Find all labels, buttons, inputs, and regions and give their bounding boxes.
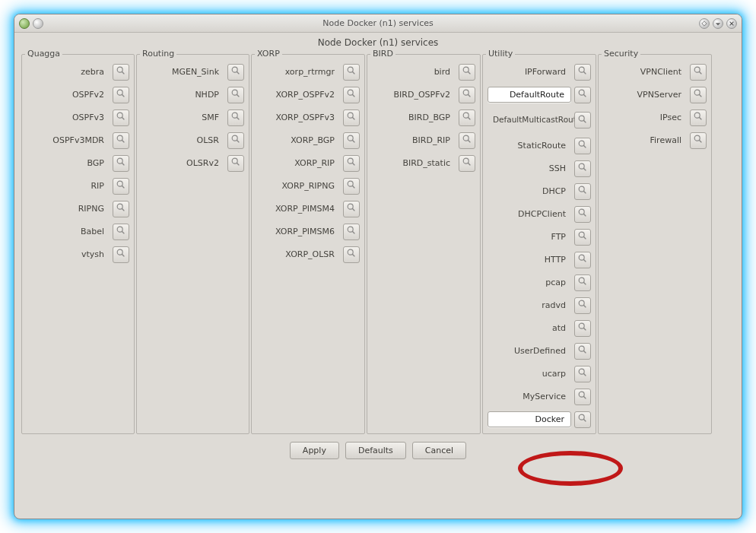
configure-service-button[interactable]	[459, 109, 475, 126]
configure-service-button[interactable]	[227, 64, 244, 81]
service-toggle-mgen_sink[interactable]: MGEN_Sink	[141, 64, 224, 80]
service-toggle-olsrv2[interactable]: OLSRv2	[141, 155, 224, 171]
configure-service-button[interactable]	[574, 389, 591, 405]
service-toggle-bird[interactable]: bird	[372, 64, 456, 80]
cancel-button[interactable]: Cancel	[412, 442, 466, 459]
service-toggle-userdefined[interactable]: UserDefined	[488, 343, 571, 359]
service-toggle-ipforward[interactable]: IPForward	[488, 64, 571, 80]
configure-service-button[interactable]	[574, 138, 591, 154]
service-toggle-vpnclient[interactable]: VPNClient	[603, 64, 687, 80]
maximize-icon[interactable]	[713, 18, 723, 29]
window-pin-icon[interactable]	[33, 18, 43, 29]
service-toggle-staticroute[interactable]: StaticRoute	[488, 138, 571, 154]
configure-service-button[interactable]	[459, 87, 475, 103]
defaults-button[interactable]: Defaults	[345, 442, 406, 459]
configure-service-button[interactable]	[574, 411, 591, 428]
configure-service-button[interactable]	[113, 224, 129, 240]
close-icon[interactable]	[726, 18, 737, 29]
service-toggle-http[interactable]: HTTP	[488, 252, 571, 268]
service-toggle-ospfv3mdr[interactable]: OSPFv3MDR	[27, 132, 110, 148]
configure-service-button[interactable]	[574, 252, 591, 268]
configure-service-button[interactable]	[343, 64, 360, 81]
service-toggle-ipsec[interactable]: IPsec	[603, 109, 687, 125]
service-toggle-vtysh[interactable]: vtysh	[27, 246, 110, 262]
configure-service-button[interactable]	[690, 64, 707, 81]
configure-service-button[interactable]	[227, 132, 244, 149]
service-toggle-xorp_pimsm6[interactable]: XORP_PIMSM6	[256, 224, 340, 240]
service-toggle-myservice[interactable]: MyService	[488, 389, 571, 405]
service-toggle-ssh[interactable]: SSH	[488, 160, 571, 176]
apply-button[interactable]: Apply	[290, 442, 339, 459]
service-toggle-rip[interactable]: RIP	[27, 178, 110, 194]
window-menu-icon[interactable]	[19, 18, 30, 29]
service-toggle-ospfv2[interactable]: OSPFv2	[27, 87, 110, 103]
configure-service-button[interactable]	[574, 183, 591, 200]
configure-service-button[interactable]	[343, 224, 360, 240]
service-toggle-vpnserver[interactable]: VPNServer	[603, 87, 687, 103]
service-toggle-defaultroute[interactable]: DefaultRoute	[488, 87, 571, 103]
service-toggle-xorp_rtrmgr[interactable]: xorp_rtrmgr	[256, 64, 340, 80]
service-toggle-bgp[interactable]: BGP	[27, 155, 110, 171]
configure-service-button[interactable]	[574, 87, 591, 103]
configure-service-button[interactable]	[113, 132, 129, 149]
service-toggle-xorp_ospfv2[interactable]: XORP_OSPFv2	[256, 87, 340, 103]
configure-service-button[interactable]	[113, 64, 129, 81]
service-toggle-nhdp[interactable]: NHDP	[141, 87, 224, 103]
service-toggle-xorp_rip[interactable]: XORP_RIP	[256, 155, 340, 171]
configure-service-button[interactable]	[574, 320, 591, 337]
configure-service-button[interactable]	[574, 343, 591, 360]
service-toggle-firewall[interactable]: Firewall	[603, 132, 687, 148]
service-toggle-ucarp[interactable]: ucarp	[488, 366, 571, 382]
configure-service-button[interactable]	[113, 155, 129, 172]
configure-service-button[interactable]	[574, 366, 591, 382]
service-toggle-dhcp[interactable]: DHCP	[488, 183, 571, 199]
service-toggle-radvd[interactable]: radvd	[488, 297, 571, 313]
service-toggle-xorp_bgp[interactable]: XORP_BGP	[256, 132, 340, 148]
configure-service-button[interactable]	[574, 297, 591, 314]
configure-service-button[interactable]	[113, 87, 129, 103]
configure-service-button[interactable]	[343, 109, 360, 126]
configure-service-button[interactable]	[690, 87, 707, 103]
configure-service-button[interactable]	[113, 109, 129, 126]
service-toggle-pcap[interactable]: pcap	[488, 274, 571, 290]
service-toggle-bird_ospfv2[interactable]: BIRD_OSPFv2	[372, 87, 456, 103]
configure-service-button[interactable]	[459, 132, 475, 149]
configure-service-button[interactable]	[459, 64, 475, 81]
service-toggle-bird_bgp[interactable]: BIRD_BGP	[372, 109, 456, 125]
service-toggle-xorp_olsr[interactable]: XORP_OLSR	[256, 246, 340, 262]
service-toggle-defaultmulticastroute[interactable]: DefaultMulticastRoute	[488, 113, 571, 127]
service-toggle-xorp_pimsm4[interactable]: XORP_PIMSM4	[256, 201, 340, 217]
configure-service-button[interactable]	[343, 87, 360, 103]
service-toggle-bird_rip[interactable]: BIRD_RIP	[372, 132, 456, 148]
configure-service-button[interactable]	[227, 155, 244, 172]
service-toggle-dhcpclient[interactable]: DHCPClient	[488, 206, 571, 222]
service-toggle-xorp_ripng[interactable]: XORP_RIPNG	[256, 178, 340, 194]
service-toggle-bird_static[interactable]: BIRD_static	[372, 155, 456, 171]
configure-service-button[interactable]	[227, 109, 244, 126]
service-toggle-atd[interactable]: atd	[488, 320, 571, 336]
service-toggle-docker[interactable]: Docker	[488, 411, 571, 427]
service-toggle-ripng[interactable]: RIPNG	[27, 201, 110, 217]
service-toggle-smf[interactable]: SMF	[141, 109, 224, 125]
configure-service-button[interactable]	[343, 132, 360, 149]
minimize-icon[interactable]	[699, 18, 710, 29]
service-toggle-xorp_ospfv3[interactable]: XORP_OSPFv3	[256, 109, 340, 125]
service-toggle-zebra[interactable]: zebra	[27, 64, 110, 80]
configure-service-button[interactable]	[227, 87, 244, 103]
configure-service-button[interactable]	[459, 155, 475, 172]
service-toggle-olsr[interactable]: OLSR	[141, 132, 224, 148]
configure-service-button[interactable]	[113, 178, 129, 195]
configure-service-button[interactable]	[343, 178, 360, 195]
configure-service-button[interactable]	[690, 132, 707, 149]
service-toggle-ospfv3[interactable]: OSPFv3	[27, 109, 110, 125]
configure-service-button[interactable]	[574, 64, 591, 81]
configure-service-button[interactable]	[574, 112, 591, 128]
configure-service-button[interactable]	[343, 155, 360, 172]
service-toggle-babel[interactable]: Babel	[27, 224, 110, 240]
configure-service-button[interactable]	[113, 201, 129, 217]
service-toggle-ftp[interactable]: FTP	[488, 229, 571, 245]
configure-service-button[interactable]	[690, 109, 707, 126]
configure-service-button[interactable]	[574, 160, 591, 177]
configure-service-button[interactable]	[574, 229, 591, 246]
configure-service-button[interactable]	[574, 206, 591, 223]
